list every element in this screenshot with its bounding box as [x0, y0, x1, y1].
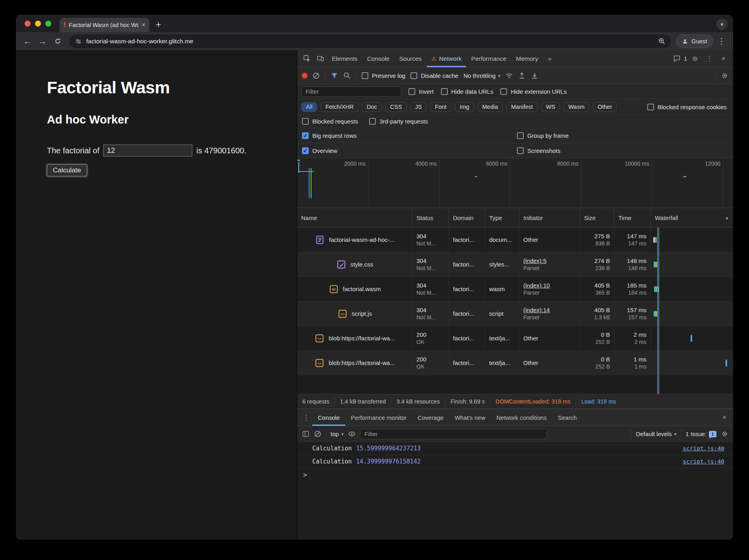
record-button[interactable]	[302, 73, 307, 78]
profile-button[interactable]: Guest	[676, 35, 713, 48]
devtools-settings-button[interactable]	[689, 52, 701, 65]
console-message[interactable]: Calculation 14.399999976158142 script.js…	[297, 455, 733, 468]
column-header-name[interactable]: Name	[297, 208, 412, 227]
console-prompt[interactable]: >	[297, 468, 733, 481]
filter-chip-xhr[interactable]: Fetch/XHR	[321, 102, 358, 112]
drawer-tab-coverage[interactable]: Coverage	[412, 409, 449, 426]
site-info-icon[interactable]	[75, 38, 82, 45]
filter-chip-font[interactable]: Font	[430, 102, 451, 112]
console-filter-input[interactable]	[360, 429, 547, 439]
drawer-tab-performance-monitor[interactable]: Performance monitor	[345, 409, 412, 426]
column-header-waterfall[interactable]: Waterfall ▲	[651, 208, 733, 227]
checkbox[interactable]	[517, 132, 524, 139]
device-toolbar-button[interactable]	[314, 52, 327, 65]
column-header-time[interactable]: Time	[614, 208, 651, 227]
blocked-response-cookies-toggle[interactable]: Blocked response cookies	[647, 104, 729, 110]
close-window-button[interactable]	[25, 21, 31, 27]
column-header-initiator[interactable]: Initiator	[519, 208, 580, 227]
disable-cache-toggle[interactable]: Disable cache	[410, 72, 458, 79]
filter-chip-media[interactable]: Media	[478, 102, 503, 112]
zoom-icon[interactable]	[658, 38, 666, 45]
table-row[interactable]: style.css 304Not M... factori... styles.…	[297, 252, 733, 277]
third-party-requests-toggle[interactable]: 3rd-party requests	[369, 118, 428, 125]
filter-chip-img[interactable]: Img	[455, 102, 474, 112]
filter-chip-css[interactable]: CSS	[385, 102, 407, 112]
calculate-button[interactable]: Calculate	[47, 164, 87, 176]
checkbox[interactable]	[517, 147, 524, 154]
table-row[interactable]: factorial-wasm-ad-hoc-... 304Not M... fa…	[297, 228, 733, 252]
console-message[interactable]: Calculation 15.599999964237213 script.js…	[297, 442, 733, 455]
tab-console[interactable]: Console	[363, 50, 394, 67]
checkbox[interactable]	[408, 88, 415, 95]
invert-toggle[interactable]: Invert	[408, 88, 434, 95]
drawer-tab-search[interactable]: Search	[552, 409, 583, 426]
drawer-menu-button[interactable]: ⋮	[300, 411, 312, 424]
tab-search-button[interactable]: ▾	[716, 19, 728, 30]
column-header-domain[interactable]: Domain	[449, 208, 485, 227]
reload-button[interactable]	[51, 35, 64, 48]
checkbox[interactable]	[647, 104, 654, 110]
table-row[interactable]: <>blob:https://factorial-wa... 200OK fac…	[297, 351, 733, 375]
import-har-button[interactable]	[518, 72, 526, 79]
log-levels-dropdown[interactable]: Default levels ▾	[636, 431, 676, 437]
filter-chip-all[interactable]: All	[301, 102, 317, 112]
checkbox-checked[interactable]: ✓	[302, 147, 309, 154]
console-settings-button[interactable]	[721, 430, 728, 438]
initiator-link[interactable]: (index):10	[523, 282, 576, 289]
live-expression-eye-button[interactable]	[348, 430, 356, 438]
filter-chip-other[interactable]: Other	[593, 102, 617, 112]
column-header-type[interactable]: Type	[485, 208, 519, 227]
filter-toggle-button[interactable]	[331, 72, 338, 79]
big-request-rows-toggle[interactable]: ✓ Big request rows	[302, 132, 517, 139]
network-settings-button[interactable]	[721, 72, 728, 79]
message-source-link[interactable]: script.js:40	[683, 458, 724, 465]
filter-chip-ws[interactable]: WS	[541, 102, 560, 112]
overview-toggle[interactable]: ✓ Overview	[302, 147, 517, 154]
factorial-input[interactable]	[103, 145, 192, 156]
network-filter-input[interactable]	[301, 87, 401, 97]
filter-chip-manifest[interactable]: Manifest	[506, 102, 538, 112]
tab-elements[interactable]: Elements	[327, 50, 362, 67]
drawer-tab-network-conditions[interactable]: Network conditions	[491, 409, 552, 426]
hide-extension-urls-toggle[interactable]: Hide extension URLs	[500, 88, 567, 95]
column-header-size[interactable]: Size	[580, 208, 614, 227]
drawer-close-button[interactable]: ×	[718, 411, 731, 424]
initiator-link[interactable]: (index):14	[523, 307, 576, 313]
network-conditions-button[interactable]	[505, 72, 513, 79]
blocked-requests-toggle[interactable]: Blocked requests	[302, 118, 358, 125]
console-messages-button[interactable]	[670, 52, 683, 65]
group-by-frame-toggle[interactable]: Group by frame	[517, 132, 569, 139]
maximize-window-button[interactable]	[45, 21, 51, 27]
drawer-tab-whats-new[interactable]: What's new	[449, 409, 491, 426]
tab-close-icon[interactable]: ×	[142, 21, 145, 29]
inspect-element-button[interactable]	[300, 52, 313, 65]
forward-button[interactable]: →	[36, 35, 49, 48]
hide-data-urls-toggle[interactable]: Hide data URLs	[441, 88, 494, 95]
filter-chip-js[interactable]: JS	[410, 102, 427, 112]
devtools-close-button[interactable]: ×	[717, 52, 730, 65]
table-row[interactable]: <>blob:https://factorial-wa... 200OK fac…	[297, 326, 733, 351]
table-row[interactable]: <>script.js 304Not M... factori... scrip…	[297, 301, 733, 326]
checkbox[interactable]	[410, 72, 417, 79]
checkbox[interactable]	[362, 72, 368, 79]
devtools-menu-button[interactable]: ⋮	[703, 52, 716, 65]
throttling-dropdown[interactable]: No throttling ▾	[463, 72, 500, 79]
filter-chip-doc[interactable]: Doc	[362, 102, 382, 112]
network-overview-timeline[interactable]: 2000 ms 4000 ms 6000 ms 8000 ms 10000 ms…	[297, 158, 733, 208]
tab-memory[interactable]: Memory	[512, 50, 543, 67]
console-sidebar-button[interactable]	[302, 430, 310, 438]
more-panels-button[interactable]: »	[544, 52, 556, 65]
checkbox[interactable]	[500, 88, 507, 95]
clear-network-log-button[interactable]	[312, 72, 320, 79]
issues-counter[interactable]: 1 Issue: 1	[685, 431, 716, 437]
checkbox-checked[interactable]: ✓	[302, 132, 309, 139]
column-header-status[interactable]: Status	[412, 208, 449, 227]
browser-tab[interactable]: ! Factorial Wasm (ad hoc Work ×	[60, 18, 149, 32]
minimize-window-button[interactable]	[35, 21, 41, 27]
address-bar[interactable]: factorial-wasm-ad-hoc-worker.glitch.me	[69, 35, 671, 48]
new-tab-button[interactable]: +	[156, 20, 161, 29]
table-row[interactable]: WAfactorial.wasm 304Not M... factori... …	[297, 277, 733, 301]
tab-sources[interactable]: Sources	[395, 50, 426, 67]
message-source-link[interactable]: script.js:40	[683, 445, 724, 452]
filter-chip-wasm[interactable]: Wasm	[563, 102, 589, 112]
